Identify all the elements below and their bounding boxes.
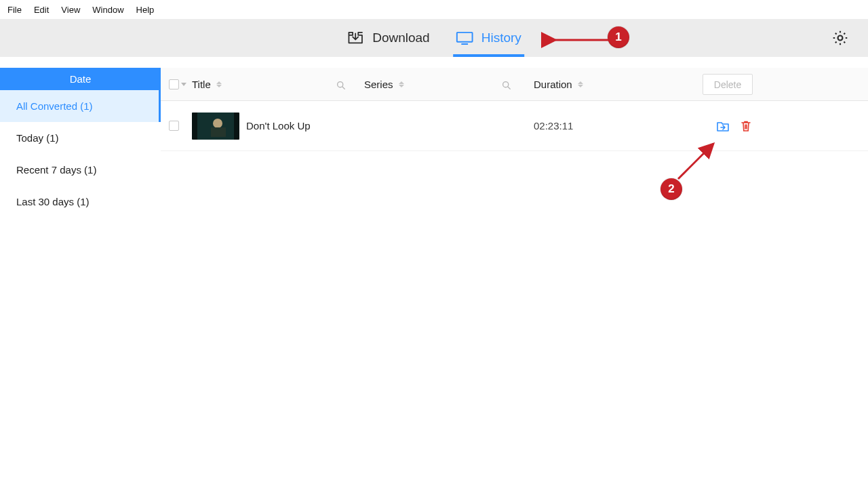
delete-row-button[interactable] bbox=[739, 119, 753, 133]
column-duration[interactable]: Duration bbox=[534, 79, 642, 90]
svg-rect-8 bbox=[192, 113, 197, 140]
search-icon[interactable] bbox=[502, 80, 511, 89]
table-row: Don't Look Up 02:23:11 bbox=[161, 101, 868, 151]
sort-icon bbox=[399, 81, 404, 87]
sidebar-item-recent-7-days[interactable]: Recent 7 days (1) bbox=[0, 154, 161, 186]
menu-view[interactable]: View bbox=[55, 2, 86, 18]
history-table: Title Series Duration Delete bbox=[161, 68, 868, 488]
checkbox-icon bbox=[169, 79, 179, 89]
gear-icon bbox=[831, 37, 849, 49]
column-series[interactable]: Series bbox=[364, 79, 520, 90]
menu-window[interactable]: Window bbox=[86, 2, 130, 18]
chevron-down-icon bbox=[181, 83, 186, 86]
column-title[interactable]: Title bbox=[192, 79, 355, 90]
tab-download-label: Download bbox=[372, 30, 430, 45]
svg-rect-9 bbox=[234, 113, 239, 140]
delete-button[interactable]: Delete bbox=[703, 74, 753, 95]
download-icon bbox=[347, 30, 364, 45]
svg-point-6 bbox=[213, 119, 222, 128]
row-duration: 02:23:11 bbox=[534, 120, 573, 131]
sidebar-item-last-30-days[interactable]: Last 30 days (1) bbox=[0, 186, 161, 218]
tab-history[interactable]: History bbox=[453, 19, 524, 57]
sidebar-item-all-converted[interactable]: All Converted (1) bbox=[0, 90, 161, 122]
menu-edit[interactable]: Edit bbox=[28, 2, 55, 18]
sidebar-heading: Date bbox=[0, 68, 161, 90]
svg-point-1 bbox=[838, 36, 843, 41]
svg-rect-0 bbox=[456, 33, 472, 42]
sort-icon bbox=[216, 81, 222, 87]
row-title: Don't Look Up bbox=[246, 120, 311, 131]
toolbar: Download History bbox=[0, 19, 868, 57]
column-title-label: Title bbox=[192, 79, 211, 90]
search-icon[interactable] bbox=[336, 80, 345, 89]
menu-file[interactable]: File bbox=[1, 2, 28, 18]
sidebar: Date All Converted (1) Today (1) Recent … bbox=[0, 68, 161, 488]
menu-help[interactable]: Help bbox=[130, 2, 161, 18]
column-duration-label: Duration bbox=[534, 79, 572, 90]
svg-rect-7 bbox=[211, 127, 226, 137]
column-series-label: Series bbox=[364, 79, 393, 90]
sort-icon bbox=[578, 81, 583, 87]
folder-open-icon bbox=[716, 123, 730, 135]
monitor-icon bbox=[456, 30, 473, 45]
open-folder-button[interactable] bbox=[716, 119, 730, 133]
sidebar-item-today[interactable]: Today (1) bbox=[0, 122, 161, 154]
select-all[interactable] bbox=[169, 79, 186, 89]
tab-download[interactable]: Download bbox=[344, 19, 433, 57]
row-checkbox[interactable] bbox=[169, 121, 179, 131]
settings-button[interactable] bbox=[831, 29, 849, 47]
table-header: Title Series Duration Delete bbox=[161, 68, 868, 101]
trash-icon bbox=[739, 123, 753, 135]
menu-bar: File Edit View Window Help bbox=[0, 0, 868, 19]
tab-history-label: History bbox=[481, 30, 521, 45]
thumbnail[interactable] bbox=[192, 113, 239, 140]
